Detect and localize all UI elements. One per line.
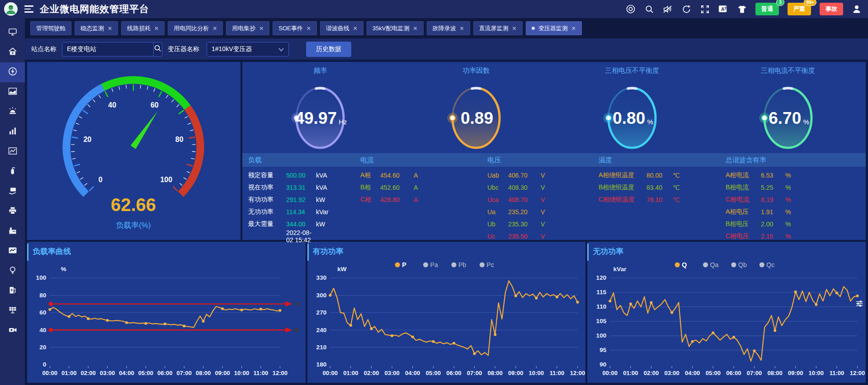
- tab-close-icon[interactable]: ✕: [512, 25, 517, 32]
- search-icon[interactable]: [644, 4, 654, 14]
- sidebar-item-area-chart[interactable]: [0, 82, 25, 102]
- table-row: 有功功率291.92kW: [248, 193, 329, 206]
- tab-bar: 管理驾驶舱稳态监测✕线路损耗✕用电同比分析✕用电集抄✕SOE事件✕谐波曲线✕35…: [25, 18, 868, 38]
- tab-2[interactable]: 线路损耗✕: [121, 21, 165, 35]
- tab-3[interactable]: 用电同比分析✕: [168, 21, 223, 35]
- svg-text:12:00: 12:00: [570, 370, 585, 376]
- tab-close-icon[interactable]: ✕: [108, 25, 112, 32]
- fire-extinguisher-icon: [8, 166, 18, 178]
- tab-10[interactable]: 变压器监测✕: [526, 21, 582, 35]
- tab-8[interactable]: 故障录波✕: [427, 21, 470, 35]
- row-unit: %: [785, 172, 791, 179]
- history-data-button[interactable]: 历史数据: [306, 42, 351, 57]
- row-value: 408.70: [508, 196, 541, 203]
- active-power-panel: 有功功率 180210240270300330kW00:0001:0002:00…: [307, 242, 586, 383]
- svg-text:10:00: 10:00: [528, 370, 543, 376]
- tab-1[interactable]: 稳态监测✕: [75, 21, 118, 35]
- table-header-电流: 电流: [360, 156, 374, 164]
- tab-4[interactable]: 用电集抄✕: [226, 21, 269, 35]
- table-row: 2022-08-02 15:42: [248, 230, 329, 242]
- home-eye-icon: [8, 47, 18, 58]
- sidebar-item-hand-card[interactable]: [0, 182, 25, 202]
- sidebar-item-line-chart[interactable]: [0, 142, 25, 162]
- row-label: Uc: [487, 233, 508, 240]
- row-value: 291.92: [286, 196, 316, 203]
- sidebar-item-trend-box[interactable]: [0, 241, 25, 261]
- panel-accent-bar: [587, 244, 589, 261]
- row-value: 428.80: [380, 196, 414, 203]
- tab-close-icon[interactable]: ✕: [413, 25, 417, 32]
- svg-text:10:00: 10:00: [809, 370, 824, 376]
- sidebar-item-camera[interactable]: [0, 321, 25, 341]
- transformer-select[interactable]: 1#10kV变压器: [207, 42, 289, 56]
- row-unit: %: [785, 196, 791, 203]
- tab-5[interactable]: SOE事件✕: [273, 21, 317, 35]
- svg-text:01:00: 01:00: [623, 370, 638, 376]
- svg-text:Qc: Qc: [767, 261, 775, 268]
- svg-text:00:00: 00:00: [42, 370, 57, 376]
- sidebar-item-energy-circle[interactable]: [0, 62, 25, 82]
- tab-label: 故障录波: [433, 24, 456, 33]
- dashboard: 02040608010062.66负载率(%) 频率 49.97 Hz 功: [25, 60, 868, 385]
- sidebar-item-fire-extinguisher[interactable]: [0, 162, 25, 182]
- row-unit: kVA: [316, 184, 327, 191]
- tab-close-icon[interactable]: ✕: [353, 25, 358, 32]
- tab-close-icon[interactable]: ✕: [154, 25, 159, 32]
- camera-icon: [8, 325, 18, 337]
- tab-0[interactable]: 管理驾驶舱: [30, 21, 71, 35]
- alarm-level-button-0[interactable]: 普通3: [755, 3, 779, 15]
- reactive-power-chart: 9095100105110115120kVar00:0001:0002:0003…: [587, 258, 866, 381]
- mute-icon[interactable]: [663, 4, 673, 14]
- site-name-input[interactable]: [62, 42, 153, 56]
- tab-close-icon[interactable]: ✕: [259, 25, 264, 32]
- tab-close-icon[interactable]: ✕: [307, 25, 311, 32]
- sidebar-item-alarm-light[interactable]: [0, 102, 25, 122]
- tab-close-icon[interactable]: ✕: [571, 25, 576, 32]
- hamburger-menu-icon[interactable]: [24, 5, 33, 13]
- translate-icon[interactable]: A文: [718, 4, 728, 14]
- sidebar-item-bulb-idea[interactable]: [0, 261, 25, 281]
- row-unit: V: [541, 208, 545, 216]
- table-row: A相电流6.53%: [726, 169, 791, 181]
- user-icon[interactable]: [852, 4, 862, 14]
- table-row: A相454.60A: [360, 169, 418, 181]
- svg-text:08:00: 08:00: [487, 370, 502, 376]
- tab-7[interactable]: 35kV配电监测✕: [367, 21, 424, 35]
- alarm-level-button-1[interactable]: 严重99+: [788, 3, 811, 15]
- svg-text:11:00: 11:00: [830, 370, 844, 376]
- tab-label: 管理驾驶舱: [36, 24, 66, 33]
- line-chart-icon: [8, 146, 18, 158]
- fullscreen-icon[interactable]: [700, 4, 710, 14]
- sidebar-item-bar-chart[interactable]: [0, 122, 25, 142]
- site-search-button[interactable]: [153, 42, 162, 56]
- sidebar-nav: [0, 18, 25, 385]
- kpi-ring-row: 频率 49.97 Hz 功率因数: [242, 62, 866, 153]
- svg-text:09:00: 09:00: [215, 370, 230, 376]
- tab-close-icon[interactable]: ✕: [460, 25, 464, 32]
- refresh-icon[interactable]: [681, 4, 691, 14]
- svg-text:07:00: 07:00: [177, 370, 192, 376]
- table-header-温度: 温度: [599, 156, 612, 164]
- sidebar-item-panel-grid[interactable]: [0, 301, 25, 321]
- sidebar-item-ev-charger[interactable]: [0, 281, 25, 301]
- sidebar-item-printer[interactable]: [0, 202, 25, 221]
- gauge-needle: [131, 111, 158, 149]
- tab-9[interactable]: 直流屏监测✕: [473, 21, 523, 35]
- tab-close-icon[interactable]: ✕: [212, 25, 217, 32]
- aim-icon[interactable]: [626, 4, 636, 14]
- theme-shirt-icon[interactable]: [737, 4, 747, 14]
- row-label: B相: [360, 183, 380, 192]
- alarm-level-button-2[interactable]: 事故: [820, 3, 843, 15]
- svg-text:%: %: [61, 266, 66, 272]
- row-value: 8.19: [761, 196, 785, 203]
- sidebar-item-home-eye[interactable]: [0, 42, 25, 62]
- row-label: C相电流: [726, 196, 761, 204]
- active-power-chart: 180210240270300330kW00:0001:0002:0003:00…: [307, 258, 586, 381]
- area-chart-icon: [8, 86, 18, 98]
- table-row: C相428.80A: [360, 193, 418, 206]
- sidebar-item-screen-monitor[interactable]: [0, 23, 25, 42]
- tab-6[interactable]: 谐波曲线✕: [320, 21, 363, 35]
- sidebar-item-factory-building[interactable]: [0, 221, 25, 241]
- sliders-icon[interactable]: [855, 300, 863, 310]
- row-label: 有功功率: [248, 196, 286, 204]
